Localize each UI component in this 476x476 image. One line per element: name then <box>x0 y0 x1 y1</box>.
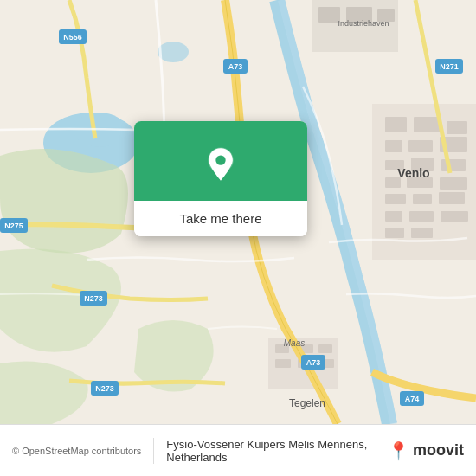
divider <box>153 438 154 464</box>
svg-rect-19 <box>439 192 465 204</box>
svg-point-69 <box>215 155 225 164</box>
take-me-there-button[interactable]: Take me there <box>134 201 307 236</box>
svg-text:A73: A73 <box>228 62 243 71</box>
moovit-brand-pin-icon: 📍 <box>388 441 409 461</box>
svg-text:Venlo: Venlo <box>397 166 429 180</box>
svg-rect-37 <box>275 359 291 368</box>
svg-rect-18 <box>413 194 432 204</box>
location-pin-icon <box>202 145 240 183</box>
svg-rect-6 <box>414 117 440 132</box>
svg-rect-9 <box>408 140 433 152</box>
svg-rect-5 <box>385 117 407 132</box>
svg-text:Tegelen: Tegelen <box>289 397 325 409</box>
bottom-bar: © OpenStreetMap contributors Fysio-Vosse… <box>0 424 476 476</box>
svg-rect-16 <box>440 177 467 190</box>
svg-rect-13 <box>441 159 466 171</box>
svg-rect-20 <box>385 211 402 222</box>
svg-rect-17 <box>385 194 406 204</box>
svg-text:N271: N271 <box>440 62 459 71</box>
svg-rect-41 <box>318 7 340 23</box>
map-area: A73 A73 A73 A74 N271 N273 N273 N275 N275… <box>0 0 476 424</box>
svg-rect-7 <box>447 121 467 134</box>
svg-text:Maas: Maas <box>284 338 305 348</box>
moovit-brand-label: moovit <box>413 441 464 460</box>
svg-rect-8 <box>385 140 402 152</box>
svg-text:N273: N273 <box>95 384 114 393</box>
svg-text:A74: A74 <box>405 395 420 403</box>
copyright-text: © OpenStreetMap contributors <box>12 446 141 456</box>
svg-rect-21 <box>409 211 434 222</box>
svg-text:N273: N273 <box>84 294 103 303</box>
svg-text:N556: N556 <box>63 33 82 42</box>
location-label: Fysio-Vossener Kuipers Melis Mennens, Ne… <box>166 438 381 464</box>
svg-rect-22 <box>441 211 468 222</box>
svg-rect-36 <box>318 344 332 353</box>
moovit-logo: 📍 moovit <box>388 441 464 461</box>
tooltip-header <box>134 121 307 201</box>
svg-text:A73: A73 <box>306 358 321 367</box>
svg-text:N275: N275 <box>4 222 23 230</box>
svg-rect-24 <box>411 228 433 238</box>
svg-rect-23 <box>385 228 404 238</box>
map-tooltip: Take me there <box>134 121 307 236</box>
svg-text:Industriehaven: Industriehaven <box>338 19 389 28</box>
